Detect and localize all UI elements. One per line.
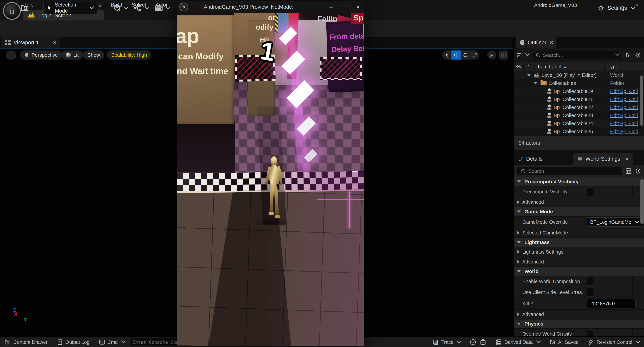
move-tool-button[interactable] bbox=[452, 50, 461, 60]
select-tool-button[interactable] bbox=[442, 50, 452, 60]
show-dropdown[interactable]: Show bbox=[83, 50, 104, 60]
item-label-column-header[interactable]: Item Label ▲ bbox=[534, 62, 604, 71]
outliner-row-actor[interactable]: Bp_Collectable23 Edit Bp_Coll bbox=[514, 111, 644, 120]
visibility-column-header[interactable] bbox=[514, 64, 524, 70]
outliner-row-actor[interactable]: Bp_Collectable22 Edit Bp_Coll bbox=[514, 103, 644, 111]
outliner-search-placeholder: Search... bbox=[543, 52, 563, 58]
preview-window-title: AndroidGame_V03 Preview [NetMode: bbox=[177, 4, 320, 10]
tab-world-settings[interactable]: World Settings × bbox=[573, 153, 633, 165]
toolbar-divider bbox=[36, 3, 36, 13]
output-log-button[interactable]: Output Log bbox=[52, 337, 94, 347]
cmd-dropdown[interactable]: Cmd bbox=[94, 337, 130, 347]
expanded-arrow-icon[interactable] bbox=[534, 82, 538, 84]
filter-icon[interactable] bbox=[517, 53, 522, 57]
kill-z-input[interactable]: -1048575.0 bbox=[587, 299, 636, 308]
group-advanced[interactable]: Advanced bbox=[514, 198, 644, 207]
quad-view-button[interactable] bbox=[499, 50, 508, 60]
preview-close-button[interactable]: × bbox=[353, 4, 362, 10]
tab-outliner[interactable]: Outliner × bbox=[516, 36, 556, 48]
group-label: Advanced bbox=[522, 200, 544, 205]
outliner-row-actor[interactable]: Bp_Collectable24 Edit Bp_Coll bbox=[514, 120, 644, 128]
outliner-row-actor[interactable]: Bp_Collectable19 Edit Bp_Coll bbox=[514, 87, 644, 95]
group-selected-gamemode[interactable]: Selected GameMode bbox=[514, 228, 644, 238]
transform-tools bbox=[442, 50, 479, 60]
outliner-row-level[interactable]: Level_00 (Play In Editor) World bbox=[514, 71, 644, 79]
settings-dropdown[interactable]: Settings bbox=[598, 2, 634, 14]
expand-toolbar-button[interactable]: » bbox=[487, 50, 496, 60]
property-gamemode-override: GameMode Override BP_LoginGameMo ↩ bbox=[514, 216, 644, 228]
outliner-tabbar: Outliner × bbox=[514, 36, 644, 48]
new-folder-icon[interactable] bbox=[626, 52, 632, 58]
edit-blueprint-link[interactable]: Edit Bp_Coll bbox=[608, 120, 644, 126]
outliner-row-actor[interactable]: Bp_Collectable21 Edit Bp_Coll bbox=[514, 95, 644, 103]
outliner-search-input[interactable]: Search... bbox=[532, 51, 623, 59]
section-game-mode[interactable]: Game Mode bbox=[514, 207, 644, 216]
unreal-logo-icon[interactable]: u bbox=[3, 2, 21, 20]
close-icon[interactable]: × bbox=[550, 40, 553, 46]
add-actor-dropdown[interactable] bbox=[113, 2, 128, 14]
pinned-column-header[interactable]: * bbox=[524, 62, 534, 71]
tab-viewport-1[interactable]: Viewport 1 × bbox=[1, 36, 60, 48]
tab-details[interactable]: Details bbox=[514, 153, 546, 165]
group-lightmass-settings[interactable]: Lightmass Settings bbox=[514, 247, 644, 256]
chevron-down-icon[interactable] bbox=[525, 52, 530, 56]
scalability-button[interactable]: Scalability: High bbox=[107, 50, 151, 60]
scale-tool-button[interactable] bbox=[470, 50, 479, 60]
details-settings-gear-icon[interactable] bbox=[634, 168, 641, 174]
close-icon[interactable]: × bbox=[626, 156, 629, 162]
outliner-settings-gear-icon[interactable] bbox=[634, 52, 641, 58]
details-scrollbar[interactable] bbox=[640, 179, 644, 224]
checkbox-unchecked[interactable] bbox=[587, 277, 594, 286]
insights-session-icon[interactable] bbox=[470, 339, 476, 346]
section-precomputed-visibility[interactable]: Precomputed Visibility bbox=[514, 177, 644, 186]
chevron-down-icon bbox=[536, 338, 541, 343]
collapsed-arrow-icon bbox=[517, 312, 520, 316]
blueprints-dropdown[interactable] bbox=[134, 2, 148, 14]
group-advanced[interactable]: Advanced bbox=[514, 310, 644, 319]
section-world[interactable]: World bbox=[514, 267, 644, 276]
checkbox-unchecked[interactable] bbox=[587, 330, 594, 336]
preview-titlebar[interactable]: u AndroidGame_V03 Preview [NetMode: – □ … bbox=[177, 1, 364, 13]
property-label: Kill Z bbox=[514, 301, 583, 306]
browse-content-button[interactable] bbox=[20, 2, 30, 14]
group-advanced[interactable]: Advanced bbox=[514, 257, 644, 266]
game-preview-window[interactable]: u AndroidGame_V03 Preview [NetMode: – □ … bbox=[176, 1, 364, 346]
section-label: Lightmass bbox=[524, 240, 550, 245]
type-column-header[interactable]: Type bbox=[604, 62, 644, 71]
derived-data-dropdown[interactable]: Derived Data bbox=[491, 337, 544, 347]
details-search-input[interactable]: Search bbox=[517, 167, 622, 175]
game-scene[interactable]: orms ap can Modify nd Wait time odify Hi… bbox=[177, 13, 364, 346]
cinematics-dropdown[interactable] bbox=[154, 2, 170, 14]
section-physics[interactable]: Physics bbox=[514, 320, 644, 328]
property-kill-z: Kill Z -1048575.0 bbox=[514, 298, 644, 309]
trace-dropdown[interactable]: Trace bbox=[428, 337, 465, 347]
gamemode-override-dropdown[interactable]: BP_LoginGameMo bbox=[587, 217, 642, 227]
preview-minimize-button[interactable]: – bbox=[326, 4, 336, 10]
outliner-row-folder[interactable]: Collectables Folder bbox=[514, 79, 644, 87]
cursor-icon bbox=[47, 5, 52, 11]
perspective-dropdown[interactable]: Perspective bbox=[20, 50, 62, 60]
display-filter-grid-icon[interactable] bbox=[625, 168, 632, 174]
insights-snapshot-icon[interactable] bbox=[480, 339, 486, 346]
outliner-row-actor[interactable]: Bp_Collectable25 Edit Bp_Coll bbox=[514, 128, 644, 136]
edit-blueprint-link[interactable]: Edit Bp_Coll bbox=[608, 129, 644, 134]
content-drawer-button[interactable]: Content Drawer bbox=[0, 337, 52, 347]
rotate-tool-button[interactable] bbox=[461, 50, 470, 60]
expanded-arrow-icon[interactable] bbox=[527, 74, 531, 76]
edit-blueprint-link[interactable]: Edit Bp_Coll bbox=[608, 96, 644, 102]
edit-blueprint-link[interactable]: Edit Bp_Coll bbox=[608, 112, 644, 118]
edit-blueprint-link[interactable]: Edit Bp_Coll bbox=[608, 104, 644, 110]
outliner-scrollbar[interactable] bbox=[640, 76, 643, 126]
selection-mode-dropdown[interactable]: Selection Mode bbox=[43, 2, 97, 14]
revision-control-dropdown[interactable]: Revision Control bbox=[584, 337, 644, 347]
preview-maximize-button[interactable]: □ bbox=[340, 4, 349, 10]
viewport-options-button[interactable]: ≡ bbox=[6, 50, 16, 60]
edit-blueprint-link[interactable]: Edit Bp_Coll bbox=[608, 88, 644, 94]
section-lightmass[interactable]: Lightmass bbox=[514, 238, 644, 247]
close-icon[interactable]: × bbox=[53, 40, 56, 46]
checkbox-unchecked[interactable] bbox=[587, 187, 594, 196]
chevron-down-icon[interactable] bbox=[615, 52, 620, 56]
lit-dropdown[interactable]: Lit bbox=[62, 50, 83, 60]
checkbox-unchecked[interactable] bbox=[587, 288, 594, 297]
all-saved-button[interactable]: All Saved bbox=[545, 337, 583, 347]
